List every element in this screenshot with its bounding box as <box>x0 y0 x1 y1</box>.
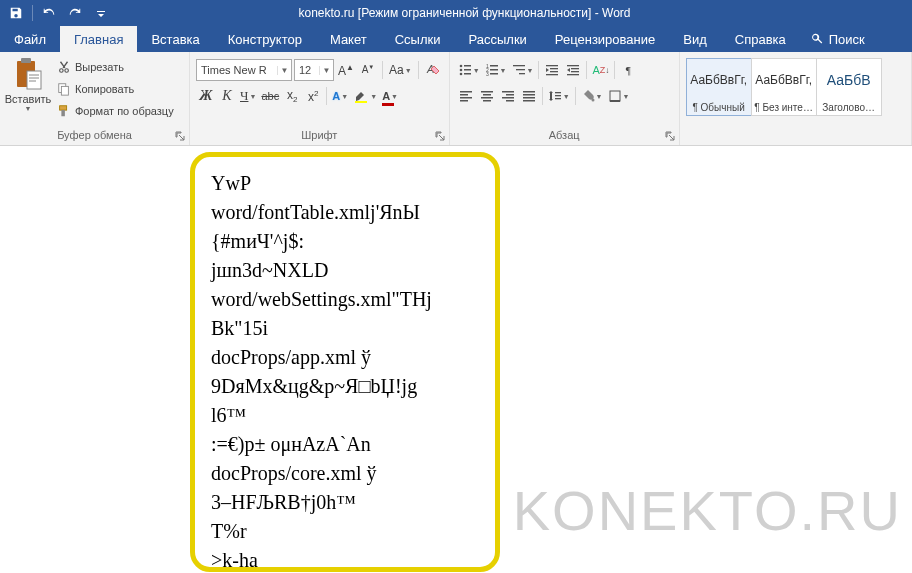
svg-rect-14 <box>464 69 471 71</box>
undo-button[interactable] <box>37 2 61 24</box>
font-size-value: 12 <box>295 64 319 76</box>
font-name-combo[interactable]: Times New R ▼ <box>196 59 292 81</box>
svg-rect-47 <box>523 94 535 96</box>
superscript-button[interactable]: x2 <box>303 85 323 107</box>
svg-rect-34 <box>460 91 472 93</box>
svg-rect-48 <box>523 97 535 99</box>
shading-button[interactable]: ▼ <box>579 85 605 107</box>
highlight-button[interactable]: ▼ <box>351 85 379 107</box>
format-painter-button[interactable]: Формат по образцу <box>54 101 177 121</box>
tab-design[interactable]: Конструктор <box>214 26 316 52</box>
underline-button[interactable]: Ч▼ <box>238 85 258 107</box>
paste-button[interactable]: Вставить ▼ <box>6 55 50 112</box>
svg-point-15 <box>459 73 462 76</box>
sort-button[interactable]: AZ↓ <box>590 59 611 81</box>
svg-rect-44 <box>502 97 514 99</box>
svg-rect-51 <box>555 95 561 96</box>
justify-button[interactable] <box>519 85 539 107</box>
svg-rect-36 <box>460 97 472 99</box>
font-size-combo[interactable]: 12 ▼ <box>294 59 334 81</box>
font-dialog-launcher[interactable] <box>433 129 447 143</box>
svg-rect-16 <box>464 73 471 75</box>
svg-rect-29 <box>546 74 558 75</box>
svg-rect-52 <box>555 98 561 99</box>
tab-file[interactable]: Файл <box>0 26 60 52</box>
clipboard-dialog-launcher[interactable] <box>173 129 187 143</box>
style-heading1[interactable]: АаБбВ Заголово… <box>816 58 882 116</box>
svg-rect-49 <box>523 100 535 102</box>
align-center-button[interactable] <box>477 85 497 107</box>
font-color-button[interactable]: A▼ <box>380 85 400 107</box>
svg-point-3 <box>60 69 64 73</box>
svg-rect-12 <box>464 65 471 67</box>
format-painter-label: Формат по образцу <box>75 105 174 117</box>
style-preview: АаБбВ <box>817 59 881 100</box>
multilevel-list-button[interactable]: ▼ <box>510 59 536 81</box>
svg-rect-30 <box>567 65 579 66</box>
paragraph-dialog-launcher[interactable] <box>663 129 677 143</box>
align-right-button[interactable] <box>498 85 518 107</box>
tab-layout[interactable]: Макет <box>316 26 381 52</box>
svg-rect-45 <box>506 100 514 102</box>
svg-rect-38 <box>481 91 493 93</box>
svg-rect-20 <box>490 69 498 71</box>
tab-mailings[interactable]: Рассылки <box>454 26 540 52</box>
clear-formatting-button[interactable]: A <box>423 59 443 81</box>
svg-rect-10 <box>355 101 367 103</box>
svg-point-11 <box>459 65 462 68</box>
svg-rect-31 <box>571 68 579 69</box>
svg-rect-32 <box>571 71 579 72</box>
shrink-font-button[interactable]: A▼ <box>358 59 378 81</box>
window-title: konekto.ru [Режим ограниченной функциона… <box>117 6 912 20</box>
style-normal[interactable]: АаБбВвГг, ¶ Обычный <box>686 58 752 116</box>
clipboard-group-label: Буфер обмена <box>6 127 183 143</box>
redo-button[interactable] <box>63 2 87 24</box>
italic-button[interactable]: К <box>217 85 237 107</box>
svg-rect-26 <box>546 65 558 66</box>
chevron-down-icon[interactable]: ▼ <box>319 66 333 75</box>
cut-button[interactable]: Вырезать <box>54 57 177 77</box>
show-marks-button[interactable]: ¶ <box>618 59 638 81</box>
watermark: KONEKTO.RU <box>513 478 902 543</box>
save-button[interactable] <box>4 2 28 24</box>
change-case-button[interactable]: Aa▼ <box>387 59 414 81</box>
tab-review[interactable]: Рецензирование <box>541 26 669 52</box>
numbering-button[interactable]: 123▼ <box>483 59 509 81</box>
svg-rect-39 <box>483 94 491 96</box>
font-name-value: Times New R <box>197 64 277 76</box>
tab-view[interactable]: Вид <box>669 26 721 52</box>
increase-indent-button[interactable] <box>563 59 583 81</box>
tab-help[interactable]: Справка <box>721 26 800 52</box>
tell-me-search[interactable]: Поиск <box>800 26 875 52</box>
svg-rect-7 <box>60 106 67 110</box>
align-left-button[interactable] <box>456 85 476 107</box>
qat-customize[interactable] <box>89 2 113 24</box>
svg-point-4 <box>65 69 69 73</box>
borders-button[interactable]: ▼ <box>606 85 632 107</box>
style-preview: АаБбВвГг, <box>752 59 816 100</box>
grow-font-button[interactable]: A▲ <box>336 59 356 81</box>
document-body-text[interactable]: YwP word/fontTable.xmlj'ЯnЫ {#mиЧ'^j$: j… <box>211 169 479 572</box>
chevron-down-icon[interactable]: ▼ <box>277 66 291 75</box>
style-preview: АаБбВвГг, <box>687 59 751 100</box>
text-effects-button[interactable]: A▼ <box>330 85 350 107</box>
copy-button[interactable]: Копировать <box>54 79 177 99</box>
tab-home[interactable]: Главная <box>60 26 137 52</box>
svg-rect-42 <box>502 91 514 93</box>
style-no-spacing[interactable]: АаБбВвГг, ¶ Без инте… <box>751 58 817 116</box>
cut-label: Вырезать <box>75 61 124 73</box>
paste-label: Вставить <box>5 93 52 105</box>
svg-rect-1 <box>21 58 31 63</box>
subscript-button[interactable]: x2 <box>282 85 302 107</box>
bullets-button[interactable]: ▼ <box>456 59 482 81</box>
tab-insert[interactable]: Вставка <box>137 26 213 52</box>
strikethrough-button[interactable]: abc <box>259 85 281 107</box>
bold-button[interactable]: Ж <box>196 85 216 107</box>
decrease-indent-button[interactable] <box>542 59 562 81</box>
svg-rect-33 <box>567 74 579 75</box>
svg-rect-43 <box>506 94 514 96</box>
tab-references[interactable]: Ссылки <box>381 26 455 52</box>
svg-rect-40 <box>481 97 493 99</box>
svg-rect-37 <box>460 100 468 102</box>
line-spacing-button[interactable]: ▼ <box>546 85 572 107</box>
